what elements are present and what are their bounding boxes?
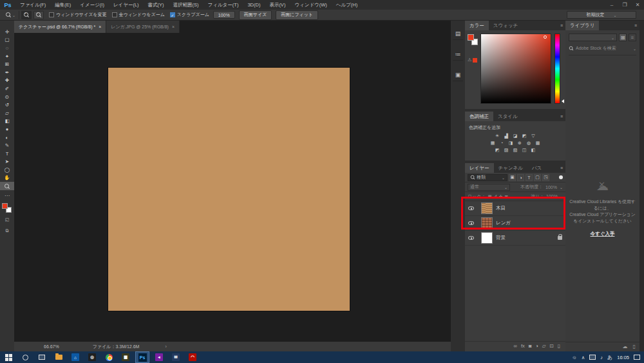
visibility-eye-icon[interactable] xyxy=(468,236,474,240)
layer-row-brick[interactable]: レンガ xyxy=(465,216,565,231)
delete-icon[interactable]: ▯ xyxy=(633,344,636,349)
hue-saturation-icon[interactable]: ▦ xyxy=(489,140,497,146)
link-layers-icon[interactable]: ∞ xyxy=(514,343,517,349)
foreground-color-swatch[interactable] xyxy=(468,34,474,41)
acrobat-button[interactable]: ◠ xyxy=(184,351,201,363)
grid-view-button[interactable]: ⊞ xyxy=(619,34,627,41)
app-button-dark[interactable]: ◎ xyxy=(84,351,100,363)
clone-stamp-tool[interactable]: ⊙ xyxy=(0,93,14,101)
lock-position-icon[interactable]: ✛ xyxy=(499,194,502,199)
cortana-search-button[interactable] xyxy=(17,351,33,363)
layer-style-fx-icon[interactable]: fx xyxy=(521,343,525,349)
tab-swatches[interactable]: スウォッチ xyxy=(489,21,522,30)
adjustment-layer-icon[interactable]: ◑ xyxy=(535,343,538,349)
spot-healing-brush-tool[interactable]: ✚ xyxy=(0,77,14,85)
photo-filter-icon[interactable]: ⊛ xyxy=(516,140,524,146)
layer-thumbnail-wood[interactable] xyxy=(481,202,493,214)
menu-3d[interactable]: 3D(D) xyxy=(243,2,265,8)
posterize-icon[interactable]: ▨ xyxy=(503,147,510,153)
tab-brick-jpg[interactable]: レンガ.JPG @ 25% (RGB/8) × xyxy=(106,21,180,33)
layer-name[interactable]: レンガ xyxy=(496,220,511,226)
gradient-map-icon[interactable]: ◧ xyxy=(530,147,537,153)
fit-screen-size-button[interactable]: 画面サイズ xyxy=(239,10,272,20)
opacity-value[interactable]: 100% xyxy=(545,185,557,190)
type-tool[interactable]: T xyxy=(0,150,14,158)
lock-image-icon[interactable]: ✐ xyxy=(494,194,497,199)
fg-bg-swatches[interactable] xyxy=(468,34,480,47)
zoom-out-button[interactable]: − xyxy=(33,11,44,19)
lock-all-icon[interactable]: ⊞ xyxy=(505,194,508,199)
path-selection-tool[interactable]: ➤ xyxy=(0,158,14,166)
filter-pixel-layers-icon[interactable]: ▣ xyxy=(509,174,516,181)
workspace-selector[interactable]: 初期設定 ⌄ xyxy=(567,11,636,19)
photoshop-taskbar-button[interactable]: Ps xyxy=(134,351,151,363)
tab-texture-psd[interactable]: テクスチャー.psd @ 66.7% (RGB/8) * × xyxy=(14,21,106,33)
library-select-dropdown[interactable]: ⌄ xyxy=(569,34,617,41)
tab-styles[interactable]: スタイル xyxy=(493,112,522,121)
collapsed-panel-icon-3[interactable]: ▣ xyxy=(453,71,463,81)
pen-tool[interactable]: ✎ xyxy=(0,141,14,150)
task-view-button[interactable] xyxy=(33,351,50,363)
visibility-eye-icon[interactable] xyxy=(468,221,474,225)
tab-layers[interactable]: レイヤー xyxy=(465,163,494,173)
shape-tool[interactable]: ◯ xyxy=(0,166,14,174)
close-button[interactable]: ✕ xyxy=(631,0,644,10)
new-layer-icon[interactable]: ⊡ xyxy=(550,343,554,349)
screen-mode-button[interactable]: ⧉ xyxy=(6,228,9,235)
filter-smart-objects-icon[interactable]: ◳ xyxy=(542,174,549,181)
hue-slider-marker[interactable] xyxy=(562,99,564,103)
mail-button[interactable]: ✉ xyxy=(167,351,184,363)
layer-name[interactable]: 背景 xyxy=(496,235,506,241)
color-balance-icon[interactable]: ◔ xyxy=(498,140,506,146)
hand-tool[interactable]: ✋ xyxy=(0,174,14,182)
eraser-tool[interactable]: ▱ xyxy=(0,109,14,117)
layer-name[interactable]: 木目 xyxy=(496,205,506,211)
brush-tool[interactable]: ✐ xyxy=(0,84,14,93)
action-center-icon[interactable] xyxy=(634,355,640,360)
scrubby-zoom-option[interactable]: ✓ スクラブズーム xyxy=(170,12,209,18)
menu-layer[interactable]: レイヤー(L) xyxy=(109,2,144,8)
color-picker-marker[interactable] xyxy=(544,35,547,39)
delete-layer-icon[interactable]: ▯ xyxy=(558,343,560,349)
ime-language-indicator[interactable]: あ xyxy=(607,354,612,361)
hue-slider[interactable] xyxy=(554,34,560,104)
history-brush-tool[interactable]: ↺ xyxy=(0,101,14,109)
tab-libraries[interactable]: ライブラリ xyxy=(565,21,599,30)
layer-filter-type-dropdown[interactable]: 種類 ⌄ xyxy=(468,174,507,181)
fill-value[interactable]: 100% xyxy=(546,194,558,199)
menu-file[interactable]: ファイル(F) xyxy=(15,2,50,8)
panel-menu-icon[interactable]: ≡ xyxy=(560,114,563,119)
color-swatches[interactable] xyxy=(2,203,12,213)
threshold-icon[interactable]: ▧ xyxy=(512,147,519,153)
panel-menu-icon[interactable]: ≡ xyxy=(560,23,563,28)
panel-menu-icon[interactable]: ≡ xyxy=(560,166,563,170)
network-display-icon[interactable] xyxy=(589,355,596,360)
edit-toolbar-button[interactable]: ⋯ xyxy=(5,193,10,199)
start-button[interactable] xyxy=(0,351,17,363)
zoom-level-field[interactable]: 66.67% xyxy=(44,344,59,349)
levels-icon[interactable]: ▟ xyxy=(503,133,510,139)
get-now-link[interactable]: 今すぐ入手 xyxy=(591,230,615,237)
scrubby-zoom-checkbox[interactable]: ✓ xyxy=(170,12,175,17)
zoom-tool[interactable] xyxy=(0,182,14,190)
quick-selection-tool[interactable]: ✦ xyxy=(0,52,14,61)
sync-status-icon[interactable]: ☁ xyxy=(623,344,628,349)
color-lookup-icon[interactable]: ▩ xyxy=(535,140,542,146)
eyedropper-tool[interactable]: ✒ xyxy=(0,68,14,77)
clock[interactable]: 16:05 xyxy=(617,355,629,360)
blend-mode-dropdown[interactable]: 通常 ⌄ xyxy=(468,184,510,191)
lock-transparent-icon[interactable]: ▦ xyxy=(488,194,492,199)
collapsed-panel-icon-1[interactable]: ▤ xyxy=(453,30,463,40)
tab-adjustments[interactable]: 色調補正 xyxy=(465,112,493,121)
tab-color[interactable]: カラー xyxy=(465,21,489,30)
zoom-all-windows-option[interactable]: 全ウィンドウをズーム xyxy=(112,12,165,18)
people-icon[interactable]: ☺ xyxy=(572,355,577,360)
speaker-icon[interactable]: ♪ xyxy=(600,355,603,360)
dodge-tool[interactable]: ◐ xyxy=(0,133,14,142)
tab-paths[interactable]: パス xyxy=(527,163,546,173)
gradient-tool[interactable]: ◧ xyxy=(0,117,14,126)
saturation-brightness-field[interactable] xyxy=(480,34,551,104)
menu-edit[interactable]: 編集(E) xyxy=(50,2,75,8)
adobe-stock-search[interactable]: Adobe Stock を検索 ⌄ xyxy=(569,45,636,55)
menu-image[interactable]: イメージ(I) xyxy=(75,2,109,8)
